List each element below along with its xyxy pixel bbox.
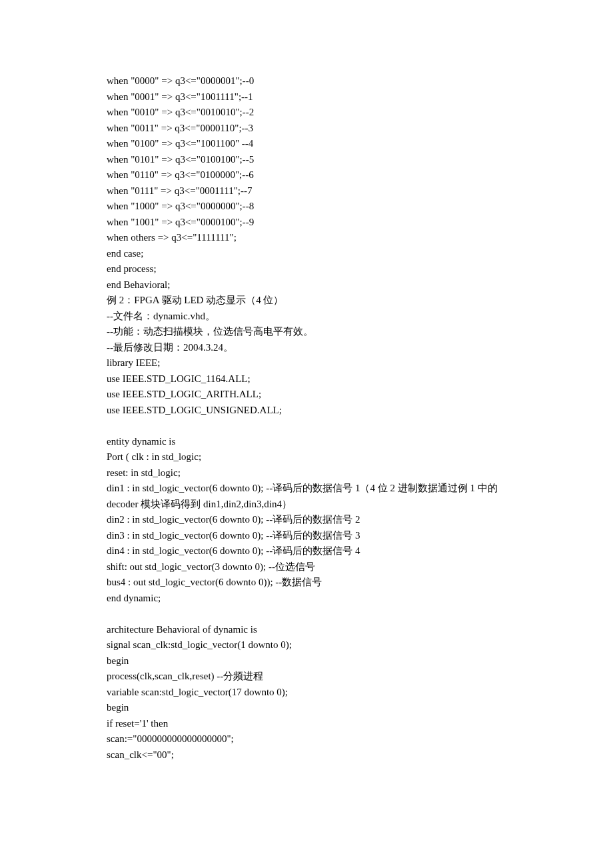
code-line: when "0010" => q3<="0010010";--2: [107, 105, 506, 121]
code-line: shift: out std_logic_vector(3 downto 0);…: [107, 559, 506, 575]
code-line: when "0000" => q3<="0000001";--0: [107, 73, 506, 89]
code-line: when "0100" => q3<="1001100" --4: [107, 136, 506, 152]
code-line: din3 : in std_logic_vector(6 downto 0); …: [107, 528, 506, 544]
code-line: use IEEE.STD_LOGIC_ARITH.ALL;: [107, 387, 506, 403]
code-line: din4 : in std_logic_vector(6 downto 0); …: [107, 543, 506, 559]
code-line: library IEEE;: [107, 355, 506, 371]
code-line: when "0101" => q3<="0100100";--5: [107, 152, 506, 168]
code-line: when others => q3<="1111111";: [107, 230, 506, 246]
code-line: begin: [107, 700, 506, 716]
code-line: when "1000" => q3<="0000000";--8: [107, 199, 506, 215]
code-line: din1 : in std_logic_vector(6 downto 0); …: [107, 481, 506, 512]
code-line: when "0110" => q3<="0100000";--6: [107, 167, 506, 183]
code-line: --功能：动态扫描模块，位选信号高电平有效。: [107, 324, 506, 340]
code-line: [107, 606, 506, 622]
code-line: entity dynamic is: [107, 434, 506, 450]
code-line: if reset='1' then: [107, 716, 506, 732]
code-line: use IEEE.STD_LOGIC_1164.ALL;: [107, 371, 506, 387]
code-line: end process;: [107, 261, 506, 277]
code-line: end Behavioral;: [107, 277, 506, 293]
code-line: din2 : in std_logic_vector(6 downto 0); …: [107, 512, 506, 528]
code-line: process(clk,scan_clk,reset) --分频进程: [107, 669, 506, 685]
code-line: when "1001" => q3<="0000100";--9: [107, 215, 506, 231]
code-line: 例 2：FPGA 驱动 LED 动态显示（4 位）: [107, 293, 506, 309]
code-line: when "0011" => q3<="0000110";--3: [107, 121, 506, 137]
code-line: begin: [107, 653, 506, 669]
code-line: reset: in std_logic;: [107, 465, 506, 481]
code-line: --最后修改日期：2004.3.24。: [107, 340, 506, 356]
code-line: --文件名：dynamic.vhd。: [107, 309, 506, 325]
code-line: end dynamic;: [107, 591, 506, 607]
code-line: bus4 : out std_logic_vector(6 downto 0))…: [107, 575, 506, 591]
code-line: use IEEE.STD_LOGIC_UNSIGNED.ALL;: [107, 403, 506, 419]
code-line: when "0111" => q3<="0001111";--7: [107, 183, 506, 199]
code-line: scan_clk<="00";: [107, 747, 506, 763]
code-line: architecture Behavioral of dynamic is: [107, 622, 506, 638]
code-line: end case;: [107, 246, 506, 262]
code-line: signal scan_clk:std_logic_vector(1 downt…: [107, 637, 506, 653]
code-line: when "0001" => q3<="1001111";--1: [107, 89, 506, 105]
code-line: [107, 418, 506, 434]
code-line: variable scan:std_logic_vector(17 downto…: [107, 685, 506, 701]
document-page: when "0000" => q3<="0000001";--0when "00…: [0, 0, 613, 763]
code-line: scan:="000000000000000000";: [107, 731, 506, 747]
code-line: Port ( clk : in std_logic;: [107, 449, 506, 465]
